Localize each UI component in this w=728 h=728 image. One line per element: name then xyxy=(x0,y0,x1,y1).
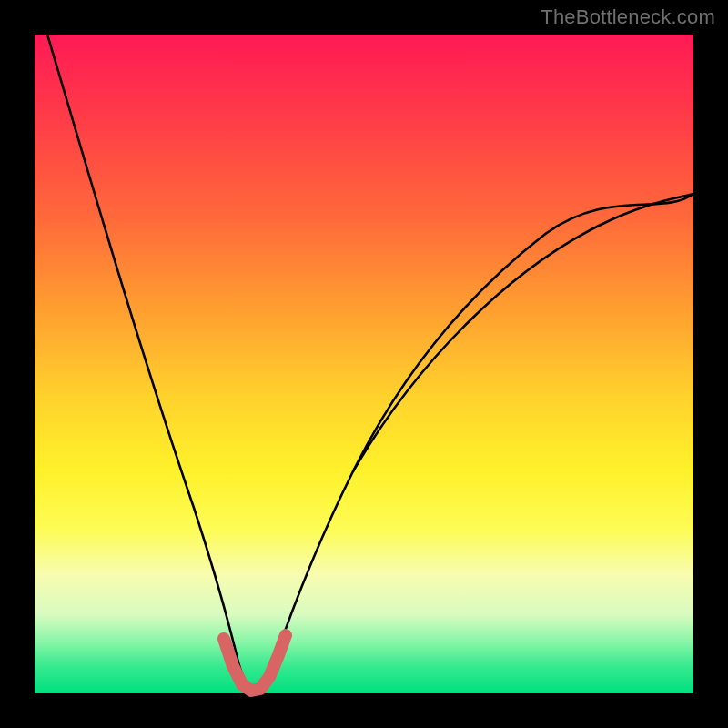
watermark-text: TheBottleneck.com xyxy=(541,5,715,29)
bottleneck-curve-right xyxy=(353,194,693,471)
chart-frame: TheBottleneck.com xyxy=(0,0,728,728)
bottleneck-curve xyxy=(47,35,693,691)
plot-area xyxy=(35,35,693,693)
curve-svg xyxy=(35,35,693,693)
